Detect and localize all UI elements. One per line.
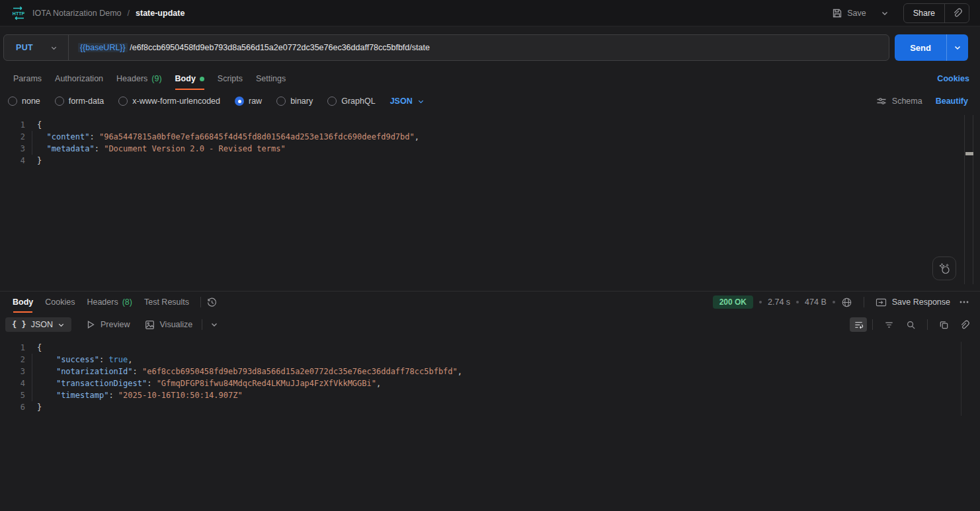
save-icon (832, 8, 842, 19)
body-mode-row: none form-data x-www-form-urlencoded raw… (0, 91, 980, 111)
dot-separator (796, 301, 799, 303)
divider (872, 319, 873, 330)
radio-icon (8, 97, 17, 106)
divider (864, 297, 864, 307)
cookies-link[interactable]: Cookies (937, 74, 969, 83)
radio-icon (327, 97, 337, 106)
method-label: PUT (16, 43, 33, 52)
status-badge[interactable]: 200 OK (713, 295, 753, 309)
http-request-icon: HTTP (11, 5, 26, 21)
url-bar: PUT {{baseURL}} /e6f8ccb6950458fd9eb793d… (3, 34, 889, 61)
radio-icon (118, 97, 128, 106)
response-time[interactable]: 2.74 s (768, 297, 790, 307)
schema-button[interactable]: Schema (876, 96, 922, 106)
share-group: Share (903, 3, 969, 23)
radio-icon (235, 97, 244, 106)
topbar-actions: Save Share (828, 3, 969, 23)
preview-button[interactable]: Preview (86, 320, 130, 329)
visualize-button[interactable]: Visualize (145, 320, 193, 330)
search-icon[interactable] (906, 320, 916, 330)
top-bar: HTTP IOTA Notarization Demo / state-upda… (0, 0, 980, 26)
send-button[interactable]: Send (895, 34, 946, 61)
editor-scrollbar[interactable] (964, 115, 973, 284)
visualize-options-chevron-icon[interactable] (210, 321, 218, 329)
response-tabs: Body Cookies Headers(8) Test Results 200… (0, 292, 980, 313)
url-path[interactable]: /e6f8ccb6950458fd9eb793d8a566d15a2e0772d… (130, 43, 430, 52)
collection-name[interactable]: IOTA Notarization Demo (32, 9, 122, 18)
tab-headers[interactable]: Headers(9) (110, 67, 169, 90)
save-options-chevron-icon[interactable] (877, 6, 893, 20)
method-selector[interactable]: PUT (4, 35, 68, 60)
link-icon[interactable] (960, 320, 969, 330)
breadcrumb-separator: / (128, 9, 130, 18)
tab-params[interactable]: Params (7, 67, 48, 90)
copy-icon[interactable] (939, 320, 949, 330)
request-tabs: Params Authorization Headers(9) Body Scr… (0, 67, 980, 90)
response-body-editor[interactable]: 1{2 "success": true,3 "notarizationId": … (0, 342, 980, 413)
response-tab-body[interactable]: Body (7, 292, 39, 313)
save-button[interactable]: Save (828, 5, 870, 22)
tab-settings[interactable]: Settings (249, 67, 292, 90)
response-code-lines[interactable]: 1{2 "success": true,3 "notarizationId": … (0, 342, 980, 413)
response-size[interactable]: 474 B (805, 297, 827, 307)
svg-text:HTTP: HTTP (13, 11, 25, 15)
dot-separator (759, 301, 762, 303)
request-code-lines[interactable]: 1{2 "content": "96a5447815a0bf0e7efa6684… (0, 119, 980, 167)
headers-count: (9) (151, 74, 161, 83)
body-mode-urlencoded[interactable]: x-www-form-urlencoded (118, 97, 220, 106)
image-icon (145, 320, 155, 330)
sliders-icon (876, 96, 887, 106)
response-tab-headers[interactable]: Headers(8) (81, 292, 138, 313)
play-icon (86, 320, 95, 329)
send-button-group: Send (895, 34, 968, 61)
beautify-button[interactable]: Beautify (936, 97, 968, 106)
radio-icon (276, 97, 286, 106)
response-format-selector[interactable]: { } JSON (5, 317, 71, 332)
body-mode-form-data[interactable]: form-data (55, 97, 104, 106)
send-options-chevron-icon[interactable] (946, 34, 968, 61)
save-response-button[interactable]: Save Response (876, 297, 950, 307)
chevron-down-icon (417, 98, 425, 105)
body-mode-raw[interactable]: raw (235, 97, 262, 106)
divider (202, 319, 202, 330)
request-name[interactable]: state-update (136, 9, 184, 18)
tab-scripts[interactable]: Scripts (211, 67, 249, 90)
url-base-variable[interactable]: {{baseURL}} (78, 43, 128, 52)
response-panel: Body Cookies Headers(8) Test Results 200… (0, 291, 980, 413)
url-input[interactable]: {{baseURL}} /e6f8ccb6950458fd9eb793d8a56… (69, 43, 430, 52)
braces-icon: { } (12, 320, 26, 329)
wrap-lines-toggle[interactable] (850, 317, 867, 332)
filter-icon[interactable] (884, 320, 894, 330)
save-response-icon (876, 297, 887, 307)
response-toolbar: { } JSON Preview Visualize (0, 314, 980, 335)
tab-authorization[interactable]: Authorization (48, 67, 110, 90)
response-headers-count: (8) (122, 297, 132, 307)
breadcrumb: HTTP IOTA Notarization Demo / state-upda… (11, 5, 184, 21)
postbot-button[interactable] (932, 256, 956, 280)
copy-link-icon[interactable] (945, 8, 969, 18)
scrollbar-thumb[interactable] (965, 152, 973, 155)
dot-separator (833, 301, 835, 303)
method-chevron-icon (50, 44, 58, 52)
network-globe-icon[interactable] (841, 297, 852, 308)
divider (927, 319, 928, 330)
more-options-icon[interactable] (959, 297, 969, 307)
request-body-editor[interactable]: 1{2 "content": "96a5447815a0bf0e7efa6684… (0, 119, 980, 284)
save-label: Save (847, 9, 866, 18)
radio-icon (55, 97, 64, 106)
body-mode-graphql[interactable]: GraphQL (327, 97, 375, 106)
response-scrollbar-track[interactable] (961, 342, 961, 416)
divider (200, 297, 201, 307)
response-tab-test-results[interactable]: Test Results (138, 292, 195, 313)
postbot-sparkle-icon (938, 262, 951, 275)
tab-body[interactable]: Body (169, 67, 211, 90)
response-meta: 200 OK 2.74 s 474 B (713, 295, 969, 309)
body-modified-dot (200, 77, 204, 81)
chevron-down-icon (58, 321, 65, 329)
response-tab-cookies[interactable]: Cookies (39, 292, 81, 313)
body-mode-binary[interactable]: binary (276, 97, 313, 106)
body-mode-none[interactable]: none (8, 97, 40, 106)
share-button[interactable]: Share (904, 9, 944, 18)
language-selector[interactable]: JSON (390, 97, 425, 106)
response-history-icon[interactable] (206, 297, 218, 308)
